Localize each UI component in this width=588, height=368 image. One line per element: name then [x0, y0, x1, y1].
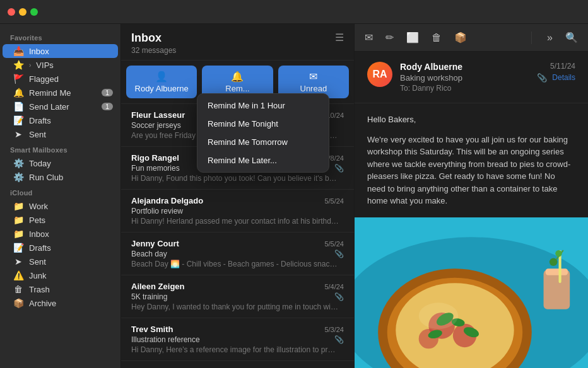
today-icon: ⚙️	[13, 158, 24, 168]
message-date: 5/4/24	[324, 283, 344, 290]
sidebar-item-icloud-sent[interactable]: ➤Sent	[3, 255, 118, 268]
message-preview: Hi Danny! Herland passed me your contact…	[131, 217, 339, 226]
archive-toolbar-icon[interactable]: ⬜	[406, 32, 419, 43]
trash-icon: 🗑	[13, 284, 24, 294]
sidebar-item-vips[interactable]: ⭐›VIPs	[3, 58, 118, 72]
message-item[interactable]: Jenny Court 5/5/24 Beach day 📎 Beach Day…	[121, 233, 354, 275]
svg-rect-13	[544, 270, 570, 309]
sidebar-item-run-club[interactable]: ⚙️Run Club	[3, 170, 118, 184]
svg-point-17	[550, 258, 557, 265]
sidebar-item-label: Inbox	[29, 47, 113, 56]
move-toolbar-icon[interactable]: 📦	[454, 32, 467, 43]
remind-dropdown-item[interactable]: Remind Me Tomorrow	[197, 133, 329, 151]
badge: 1	[102, 89, 113, 96]
sidebar-item-label: Drafts	[29, 116, 113, 125]
message-list-header: Inbox 32 messages ☰	[121, 24, 354, 60]
email-image	[355, 217, 588, 369]
message-preview: Hey Danny, I wanted to thank you for put…	[131, 302, 339, 311]
sidebar-item-inbox[interactable]: 📥Inbox	[3, 44, 118, 58]
sidebar-item-label: Drafts	[29, 243, 113, 253]
svg-point-18	[555, 250, 562, 256]
sidebar-item-sent[interactable]: ➤Sent	[3, 127, 118, 141]
toolbar-separator	[531, 32, 532, 44]
delete-toolbar-icon[interactable]: 🗑	[432, 32, 442, 43]
detail-panel: ✉✏⬜🗑📦»🔍 RA Rody Albuerne Baking workshop…	[355, 24, 588, 368]
attachment-icon: 📎	[334, 292, 344, 301]
sidebar-item-trash[interactable]: 🗑Trash	[3, 282, 118, 296]
sidebar-item-label: Work	[29, 202, 113, 211]
send-later-icon: 📄	[13, 101, 24, 112]
details-link[interactable]: Details	[552, 73, 575, 83]
remind-icon: 🔔	[204, 71, 270, 83]
message-preview: Beach Day 🌅 - Chill vibes - Beach games …	[131, 260, 339, 268]
flagged-icon: 🚩	[13, 74, 24, 84]
message-item-header: Alejandra Delgado 5/5/24	[131, 196, 344, 205]
message-sender: Trev Smith	[131, 325, 173, 334]
sidebar-item-label: Sent	[29, 130, 113, 139]
sidebar-item-today[interactable]: ⚙️Today	[3, 156, 118, 170]
sidebar-item-icloud-inbox[interactable]: 📁Inbox	[3, 227, 118, 241]
traffic-lights	[8, 8, 38, 16]
message-date: 5/3/24	[324, 326, 344, 333]
attachment-icon: 📎	[334, 250, 344, 258]
sidebar-item-pets[interactable]: 📁Pets	[3, 213, 118, 227]
svg-rect-14	[546, 268, 568, 275]
message-subject: Illustration reference 📎	[131, 335, 344, 344]
message-item[interactable]: Trev Smith 5/3/24 Illustration reference…	[121, 318, 354, 361]
minimize-button[interactable]	[19, 8, 26, 16]
message-item[interactable]: Aileen Zeigen 5/4/24 5K training 📎 Hey D…	[121, 275, 354, 318]
svg-point-12	[419, 302, 458, 329]
message-preview: Hi Danny, Found this photo you took! Can…	[131, 174, 339, 183]
compose-toolbar-icon[interactable]: ✉	[365, 32, 373, 43]
sidebar-item-remind-me[interactable]: 🔔Remind Me1	[3, 86, 118, 100]
sidebar-item-label: Pets	[29, 216, 113, 225]
remind-dropdown-item[interactable]: Remind Me in 1 Hour	[197, 96, 329, 115]
email-greeting: Hello Bakers,	[367, 113, 575, 126]
detail-date: 5/11/24	[537, 62, 575, 71]
sidebar-item-label: Flagged	[29, 74, 113, 84]
maximize-button[interactable]	[30, 8, 38, 16]
main-layout: Favorites📥Inbox⭐›VIPs🚩Flagged🔔Remind Me1…	[0, 24, 588, 368]
message-subject: Portfolio review	[131, 207, 344, 216]
message-item[interactable]: Alejandra Delgado 5/5/24 Portfolio revie…	[121, 190, 354, 233]
search-toolbar-icon[interactable]: 🔍	[565, 32, 578, 43]
archive-icon: 📦	[13, 298, 24, 308]
message-sender: Aileen Zeigen	[131, 282, 185, 291]
sidebar-item-label: Junk	[29, 271, 113, 280]
sidebar-item-archive[interactable]: 📦Archive	[3, 296, 118, 310]
sidebar-section-label: Favorites	[0, 29, 121, 44]
drafts-icon: 📝	[13, 115, 24, 125]
filter-btn-rody[interactable]: 👤Rody Albuerne	[126, 66, 197, 98]
attachment-icon: 📎	[334, 164, 344, 173]
new-toolbar-icon[interactable]: ✏	[385, 32, 394, 43]
message-item-header: Trev Smith 5/3/24	[131, 325, 344, 334]
sidebar-section-label: iCloud	[0, 184, 121, 199]
vips-icon: ⭐	[13, 60, 24, 70]
attachment-icon: 📎	[537, 73, 547, 83]
detail-subject: Baking workshop	[400, 73, 462, 83]
close-button[interactable]	[8, 8, 15, 16]
message-item-header: Jenny Court 5/5/24	[131, 239, 344, 248]
message-sender: Rigo Rangel	[131, 153, 179, 163]
sidebar-item-work[interactable]: 📁Work	[3, 199, 118, 213]
sidebar-section-label: Smart Mailboxes	[0, 141, 121, 156]
detail-header: RA Rody Albuerne Baking workshop To: Dan…	[355, 52, 588, 103]
sidebar-item-icloud-drafts[interactable]: 📝Drafts	[3, 241, 118, 255]
sidebar-item-send-later[interactable]: 📄Send Later1	[3, 100, 118, 113]
icloud-inbox-icon: 📁	[13, 229, 24, 239]
message-sender: Jenny Court	[131, 239, 179, 248]
sidebar-item-drafts[interactable]: 📝Drafts	[3, 113, 118, 127]
sidebar-item-junk[interactable]: ⚠️Junk	[3, 268, 118, 282]
detail-sender-name: Rody Albuerne	[400, 62, 462, 72]
sidebar-item-label: Sent	[29, 257, 113, 267]
filter-icon[interactable]: ☰	[335, 32, 344, 43]
more-toolbar-icon[interactable]: »	[547, 32, 553, 43]
remind-dropdown-item[interactable]: Remind Me Tonight	[197, 115, 329, 133]
detail-toolbar: ✉✏⬜🗑📦»🔍	[355, 24, 588, 52]
detail-sender-info: Rody Albuerne Baking workshop To: Danny …	[400, 62, 575, 93]
sidebar-item-flagged[interactable]: 🚩Flagged	[3, 72, 118, 86]
remind-dropdown-item[interactable]: Remind Me Later...	[197, 151, 329, 170]
message-subject: Beach day 📎	[131, 250, 344, 258]
message-date: 5/5/24	[324, 197, 344, 205]
inbox-icon: 📥	[13, 46, 24, 56]
